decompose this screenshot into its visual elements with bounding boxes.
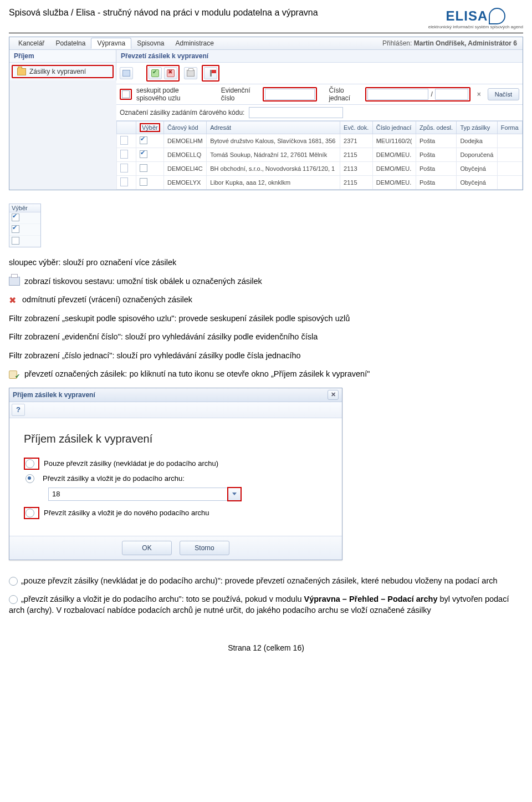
panel-title: Převzetí zásilek k vypravení bbox=[116, 50, 523, 63]
cell-zpus: Pošta bbox=[416, 162, 457, 176]
dialog-titlebar-text: Příjem zásilek k vypravení bbox=[13, 391, 95, 399]
cell-zpus: Pošta bbox=[416, 176, 457, 190]
dialog-combo[interactable]: 18 bbox=[48, 487, 328, 501]
table-row[interactable]: DEMOELI4CBH obchodní, s.r.o., Novodvorsk… bbox=[117, 162, 523, 176]
col-typ[interactable]: Typ zásilky bbox=[457, 121, 497, 134]
cell-code: DEMOELHM bbox=[164, 134, 207, 148]
flag-icon bbox=[210, 70, 212, 77]
barcode-label: Označení zásilky zadáním čárového kódu: bbox=[120, 109, 244, 116]
prose-p4: Filtr zobrazení „seskupit podle spisovéh… bbox=[9, 313, 523, 324]
prose-p3: odmítnutí převzetí (vrácení) označených … bbox=[22, 295, 192, 306]
cell-evdok: 2115 bbox=[340, 176, 373, 190]
reject-icon bbox=[167, 69, 175, 77]
logo-tagline: elektronický informační systém spisových… bbox=[428, 24, 523, 29]
cell-typ: Doporučená bbox=[457, 148, 497, 162]
col-zpus[interactable]: Způs. odesl. bbox=[416, 121, 457, 134]
cell-evdok: 2371 bbox=[340, 134, 373, 148]
toolbar-print-button[interactable] bbox=[184, 67, 197, 79]
cell-cj: MEU/1160/2( bbox=[372, 134, 416, 148]
dialog-combo-dropdown[interactable] bbox=[227, 487, 242, 501]
row-checkbox[interactable] bbox=[140, 150, 147, 158]
reject-icon bbox=[9, 296, 18, 304]
dialog-opt2-radio[interactable] bbox=[25, 474, 34, 483]
cell-zpus: Pošta bbox=[416, 148, 457, 162]
sidebar-item-zasilky[interactable]: Zásilky k vypravení bbox=[12, 65, 114, 78]
elisa-logo: ELISA elektronický informační systém spi… bbox=[428, 8, 523, 29]
menu-podatelna[interactable]: Podatelna bbox=[50, 38, 91, 48]
toolbar-book-button[interactable] bbox=[120, 67, 133, 79]
row-checkbox[interactable] bbox=[140, 178, 147, 186]
document-icon bbox=[120, 150, 128, 159]
filter-cj-input-2[interactable] bbox=[435, 89, 468, 100]
dialog-combo-value: 18 bbox=[48, 488, 228, 501]
filter-ev-input[interactable] bbox=[265, 89, 315, 100]
cell-evdok: 2113 bbox=[340, 162, 373, 176]
dialog-opt3-label: Převzít zásilky a vložit je do nového po… bbox=[44, 509, 209, 517]
cell-typ: Obyčejná bbox=[457, 176, 497, 190]
row-checkbox[interactable] bbox=[140, 164, 147, 172]
dialog-opt3-radio-wrap[interactable] bbox=[24, 507, 39, 519]
cell-typ: Dodejka bbox=[457, 134, 497, 148]
col-vyber[interactable]: Výběr bbox=[140, 123, 160, 132]
menu-administrace[interactable]: Administrace bbox=[170, 38, 219, 48]
filter-group-checkbox[interactable] bbox=[120, 89, 132, 100]
table-row[interactable]: DEMOELYXLibor Kupka, aaa 12, oknklkm2115… bbox=[117, 176, 523, 190]
mini-vyber-head: Výběr bbox=[9, 204, 40, 212]
dialog-help-button[interactable]: ? bbox=[12, 404, 25, 416]
filter-cj-input-1[interactable] bbox=[367, 89, 428, 100]
tail-t2a: „převzít zásilky a vložit je do podacího… bbox=[21, 595, 304, 603]
toolbar-reject-button[interactable] bbox=[164, 67, 177, 79]
cell-addr: BH obchodní, s.r.o., Novodvorská 1176/12… bbox=[207, 162, 340, 176]
cell-addr: Bytové družstvo Kalous, Slavíčkova 1681,… bbox=[207, 134, 340, 148]
book-icon bbox=[122, 70, 130, 77]
toolbar-flag-group bbox=[202, 65, 219, 82]
dialog-opt1-label: Pouze převzít zásilky (nevkládat je do p… bbox=[44, 459, 218, 468]
document-icon bbox=[120, 136, 128, 145]
col-evdok[interactable]: Evč. dok. bbox=[340, 121, 373, 134]
prose-p6: Filtr zobrazení „číslo jednací": slouží … bbox=[9, 351, 523, 362]
tail-t2b: Výpravna – Přehled – Podací archy bbox=[304, 595, 438, 603]
col-forma[interactable]: Forma bbox=[497, 121, 522, 134]
prose-p5: Filtr zobrazení „evidenční číslo": slouž… bbox=[9, 332, 523, 343]
filter-load-button[interactable]: Načíst bbox=[488, 88, 519, 100]
table-row[interactable]: DEMOELLQTomáš Soukup, Nádražní 12, 27601… bbox=[117, 148, 523, 162]
toolbar-flag-button[interactable] bbox=[204, 67, 217, 79]
mini-check-2 bbox=[12, 225, 19, 233]
cell-cj: DEMO/MEU. bbox=[372, 162, 416, 176]
cell-evdok: 2115 bbox=[340, 148, 373, 162]
dialog-prijem: Příjem zásilek k vypravení ✕ ? Příjem zá… bbox=[9, 388, 342, 560]
dialog-ok-button[interactable]: OK bbox=[122, 541, 172, 555]
col-adresat[interactable]: Adresát bbox=[207, 121, 340, 134]
header-divider bbox=[9, 33, 523, 33]
filter-clear-icon[interactable]: × bbox=[475, 90, 483, 98]
dialog-cancel-button[interactable]: Storno bbox=[180, 541, 229, 555]
toolbar-accept-button[interactable] bbox=[149, 67, 162, 79]
cell-typ: Obyčejná bbox=[457, 162, 497, 176]
dialog-opt1-radio-wrap[interactable] bbox=[24, 458, 39, 470]
col-cj[interactable]: Číslo jednací bbox=[372, 121, 416, 134]
filter-cj-group: / bbox=[365, 87, 470, 101]
bullet-radio-icon bbox=[9, 577, 18, 586]
logo-glyph-icon bbox=[489, 8, 505, 24]
login-info: Přihlášen: Martin Ondříšek, Administráto… bbox=[382, 39, 519, 47]
barcode-input[interactable] bbox=[249, 107, 343, 118]
col-carovy[interactable]: Čárový kód bbox=[164, 121, 207, 134]
cell-cj: DEMO/MEU. bbox=[372, 148, 416, 162]
row-checkbox[interactable] bbox=[140, 136, 147, 144]
menu-vypravna[interactable]: Výpravna bbox=[91, 38, 131, 49]
dialog-close-button[interactable]: ✕ bbox=[328, 390, 339, 400]
menu-kancelar[interactable]: Kancelář bbox=[13, 38, 50, 48]
checkbox-icon bbox=[122, 90, 130, 98]
filter-ev-label: Evidenční číslo bbox=[221, 87, 259, 102]
cell-forma bbox=[497, 134, 522, 148]
printer-icon bbox=[9, 277, 20, 286]
radio-icon bbox=[25, 459, 34, 468]
dialog-opt2-label: Převzít zásilky a vložit je do podacího … bbox=[43, 474, 185, 483]
menu-spisovna[interactable]: Spisovna bbox=[131, 38, 170, 48]
mini-vyber-snippet: Výběr bbox=[9, 204, 41, 247]
mini-check-3 bbox=[12, 237, 19, 245]
prose-p1: sloupec výběr: slouží pro označení více … bbox=[9, 257, 523, 268]
table-row[interactable]: DEMOELHMBytové družstvo Kalous, Slavíčko… bbox=[117, 134, 523, 148]
dialog-heading: Příjem zásilek k vypravení bbox=[24, 433, 328, 445]
filter-cj-label: Číslo jednací bbox=[329, 87, 361, 102]
